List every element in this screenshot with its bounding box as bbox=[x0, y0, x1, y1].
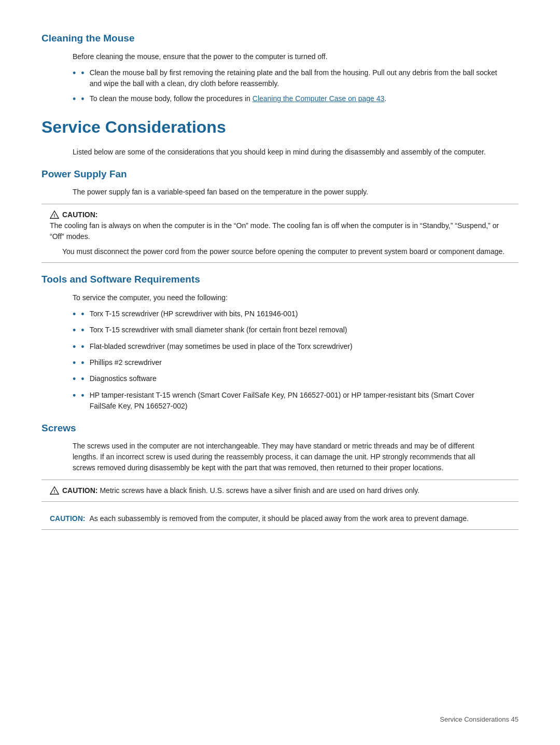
screws-body: The screws used in the computer are not … bbox=[73, 441, 498, 473]
tools-software-heading: Tools and Software Requirements bbox=[41, 272, 519, 287]
list-item: • Clean the mouse ball by first removing… bbox=[73, 67, 498, 89]
list-item: • Torx T-15 screwdriver (HP screwdriver … bbox=[73, 308, 498, 320]
caution-box-2: ! CAUTION: Metric screws have a black fi… bbox=[41, 480, 519, 502]
cleaning-computer-case-link[interactable]: Cleaning the Computer Case on page 43 bbox=[253, 94, 385, 103]
caution-1-label: CAUTION: bbox=[62, 209, 97, 220]
svg-text:!: ! bbox=[54, 489, 55, 494]
list-item-text: Phillips #2 screwdriver bbox=[90, 357, 162, 368]
list-item: • Phillips #2 screwdriver bbox=[73, 357, 498, 369]
bullet-dot: • bbox=[81, 93, 84, 105]
list-item-text: Clean the mouse ball by first removing t… bbox=[90, 67, 498, 89]
list-item: • Torx T-15 screwdriver with small diame… bbox=[73, 325, 498, 336]
list-item-text: Torx T-15 screwdriver with small diamete… bbox=[90, 325, 347, 335]
bullet-dot: • bbox=[81, 357, 84, 369]
caution-box-3: CAUTION: As each subassembly is removed … bbox=[41, 508, 519, 530]
svg-text:!: ! bbox=[54, 213, 55, 218]
list-item-text: HP tamper-resistant T-15 wrench (Smart C… bbox=[90, 390, 498, 412]
cleaning-mouse-section: Cleaning the Mouse Before cleaning the m… bbox=[41, 31, 519, 105]
list-item-text: To clean the mouse body, follow the proc… bbox=[90, 93, 387, 104]
page: Cleaning the Mouse Before cleaning the m… bbox=[0, 0, 560, 745]
bullet-dot: • bbox=[81, 341, 84, 353]
tools-software-section: Tools and Software Requirements To servi… bbox=[41, 272, 519, 411]
bullet-dot: • bbox=[81, 390, 84, 402]
screws-heading: Screws bbox=[41, 421, 519, 436]
page-footer: Service Considerations 45 bbox=[440, 714, 519, 725]
cleaning-mouse-list: • Clean the mouse ball by first removing… bbox=[73, 67, 498, 105]
tools-list: • Torx T-15 screwdriver (HP screwdriver … bbox=[73, 308, 498, 412]
caution-3-text: As each subassembly is removed from the … bbox=[89, 513, 468, 524]
bullet-dot: • bbox=[81, 308, 84, 320]
power-supply-fan-body: The power supply fan is a variable-speed… bbox=[73, 187, 498, 198]
tools-software-intro: To service the computer, you need the fo… bbox=[73, 292, 498, 303]
footer-text: Service Considerations 45 bbox=[440, 715, 519, 723]
list-item: • To clean the mouse body, follow the pr… bbox=[73, 93, 498, 105]
service-considerations-section: Service Considerations Listed below are … bbox=[41, 115, 519, 158]
caution-1-text: The cooling fan is always on when the co… bbox=[50, 220, 510, 242]
list-item: • Diagnostics software bbox=[73, 373, 498, 385]
service-considerations-intro: Listed below are some of the considerati… bbox=[73, 147, 498, 158]
caution-2-label: CAUTION: bbox=[62, 485, 97, 496]
caution-triangle-icon-2: ! bbox=[50, 486, 59, 495]
caution-row-1: ! CAUTION: The cooling fan is always on … bbox=[50, 209, 510, 242]
list-item-text: Diagnostics software bbox=[90, 373, 157, 384]
caution-1-followup: You must disconnect the power cord from … bbox=[62, 246, 510, 257]
list-item-text: Flat-bladed screwdriver (may sometimes b… bbox=[90, 341, 353, 352]
bullet-dot: • bbox=[81, 67, 84, 79]
caution-row-3: CAUTION: As each subassembly is removed … bbox=[50, 513, 510, 524]
service-considerations-heading: Service Considerations bbox=[41, 115, 519, 139]
caution-triangle-icon: ! bbox=[50, 210, 59, 219]
caution-row-2: ! CAUTION: Metric screws have a black fi… bbox=[50, 485, 510, 496]
list-item-text: Torx T-15 screwdriver (HP screwdriver wi… bbox=[90, 308, 298, 319]
power-supply-fan-section: Power Supply Fan The power supply fan is… bbox=[41, 167, 519, 263]
cleaning-mouse-heading: Cleaning the Mouse bbox=[41, 31, 519, 46]
caution-3-label: CAUTION: bbox=[50, 513, 85, 524]
bullet-dot: • bbox=[81, 373, 84, 385]
screws-section: Screws The screws used in the computer a… bbox=[41, 421, 519, 530]
list-item: • Flat-bladed screwdriver (may sometimes… bbox=[73, 341, 498, 353]
caution-box-1: ! CAUTION: The cooling fan is always on … bbox=[41, 204, 519, 263]
caution-1-followup-text: You must disconnect the power cord from … bbox=[62, 247, 505, 256]
power-supply-fan-heading: Power Supply Fan bbox=[41, 167, 519, 182]
bullet-dot: • bbox=[81, 325, 84, 336]
caution-2-text: Metric screws have a black finish. U.S. … bbox=[100, 485, 419, 496]
list-item: • HP tamper-resistant T-15 wrench (Smart… bbox=[73, 390, 498, 412]
cleaning-mouse-intro: Before cleaning the mouse, ensure that t… bbox=[73, 51, 498, 62]
